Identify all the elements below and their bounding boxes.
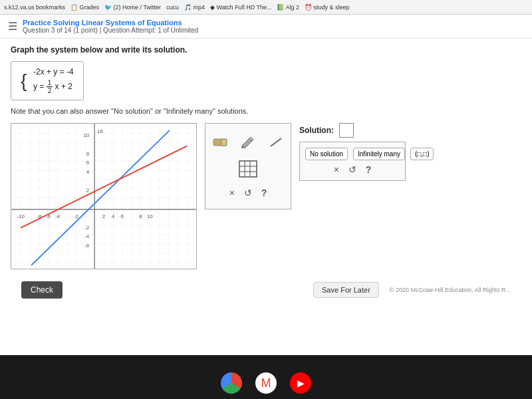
tools-bottom: × ↺ ? — [229, 188, 267, 198]
footer-area: Check Save For Later © 2020 McGraw-Hill … — [11, 276, 521, 304]
graph-container[interactable]: -10 -8 -6 -4 -2 2 4 6 8 10 10 8 6 4 2 — [11, 123, 197, 269]
svg-text:-4: -4 — [84, 233, 90, 239]
check-button[interactable]: Check — [21, 281, 63, 299]
tab-grades[interactable]: 📋 Grades — [70, 4, 99, 11]
equation-1: -2x + y = -4 — [33, 67, 74, 76]
bookmarks-label: s.k12.va.us bookmarks — [4, 4, 65, 11]
solution-clear-icon[interactable]: × — [334, 164, 339, 175]
fraction: 1 2 — [47, 79, 53, 94]
page-header: ☰ Practice Solving Linear Systems of Equ… — [0, 15, 532, 39]
svg-text:4: 4 — [112, 213, 115, 219]
course-title: Practice Solving Linear Systems of Equat… — [23, 19, 198, 27]
solution-input[interactable] — [339, 123, 354, 138]
tools-help-icon[interactable]: ? — [261, 188, 267, 198]
solution-area: Solution: No solution Infinitely many (□… — [299, 123, 406, 181]
svg-text:16: 16 — [97, 128, 103, 134]
svg-text:-4: -4 — [55, 213, 61, 219]
svg-text:8: 8 — [86, 151, 90, 157]
header-text: Practice Solving Linear Systems of Equat… — [23, 19, 198, 34]
no-solution-button[interactable]: No solution — [305, 148, 348, 160]
infinitely-many-button[interactable]: Infinitely many — [353, 148, 405, 160]
tab-study[interactable]: ⏰ study & sleep — [305, 4, 350, 11]
taskbar: M ▶ — [0, 367, 532, 399]
solution-label-row: Solution: — [299, 123, 406, 138]
tab-twitter[interactable]: 🐦 (2) Home / Twitter — [104, 4, 161, 11]
svg-rect-26 — [221, 139, 227, 146]
equation-lines: -2x + y = -4 y = 1 2 x + 2 — [33, 67, 74, 94]
svg-text:8: 8 — [139, 213, 142, 219]
tools-undo-icon[interactable]: ↺ — [244, 188, 252, 198]
equation-2: y = 1 2 x + 2 — [33, 79, 74, 94]
svg-text:2: 2 — [102, 213, 105, 219]
chrome-icon[interactable] — [221, 372, 242, 394]
eraser-icon[interactable] — [209, 134, 231, 150]
problem-instruction: Graph the system below and write its sol… — [11, 45, 521, 55]
solution-undo-icon[interactable]: ↺ — [348, 164, 356, 175]
tab-cucu[interactable]: cucu — [166, 4, 179, 11]
youtube-icon[interactable]: ▶ — [290, 372, 311, 394]
svg-text:10: 10 — [83, 132, 89, 138]
brace-symbol: { — [21, 70, 27, 91]
svg-rect-1 — [11, 124, 196, 269]
grid-icon[interactable] — [237, 161, 259, 177]
equation-box: { -2x + y = -4 y = 1 2 x + 2 — [11, 61, 84, 100]
tools-panel: × ↺ ? — [205, 123, 291, 209]
svg-text:6: 6 — [86, 160, 90, 166]
pencil-icon[interactable] — [237, 134, 259, 150]
question-info: Question 3 of 14 (1 point) | Question At… — [23, 27, 198, 34]
tools-row-1 — [209, 134, 287, 150]
tab-watch[interactable]: ◆ Watch Full HD The... — [210, 4, 272, 11]
copyright-text: © 2020 McGraw-Hill Education. All Rights… — [390, 287, 511, 293]
graph-svg: -10 -8 -6 -4 -2 2 4 6 8 10 10 8 6 4 2 — [11, 124, 196, 269]
svg-text:-2: -2 — [74, 213, 78, 219]
svg-text:-6: -6 — [84, 243, 90, 249]
svg-text:4: 4 — [86, 169, 90, 175]
tab-alg2[interactable]: 📗 Alg 2 — [277, 4, 299, 11]
save-for-later-button[interactable]: Save For Later — [313, 282, 379, 298]
svg-text:-10: -10 — [17, 213, 25, 219]
note-text: Note that you can also answer "No soluti… — [11, 107, 521, 115]
svg-line-27 — [271, 138, 281, 146]
menu-icon[interactable]: ☰ — [8, 20, 17, 33]
tab-mp4[interactable]: 🎵 mp4 — [184, 4, 205, 11]
svg-text:6: 6 — [121, 213, 124, 219]
svg-text:10: 10 — [147, 213, 153, 219]
browser-bar: s.k12.va.us bookmarks 📋 Grades 🐦 (2) Hom… — [0, 0, 532, 15]
tools-row-2 — [237, 161, 259, 177]
solution-help-icon[interactable]: ? — [366, 164, 372, 175]
solution-actions: × ↺ ? — [305, 164, 400, 175]
coordinates-button[interactable]: (□,□) — [410, 148, 434, 160]
solution-btn-row: No solution Infinitely many (□,□) — [305, 148, 400, 160]
gmail-icon[interactable]: M — [255, 372, 277, 394]
line-tool-icon[interactable] — [265, 134, 287, 150]
page: ☰ Practice Solving Linear Systems of Equ… — [0, 15, 532, 355]
svg-text:-2: -2 — [84, 225, 89, 231]
work-area: -10 -8 -6 -4 -2 2 4 6 8 10 10 8 6 4 2 — [11, 123, 521, 269]
solution-buttons-panel: No solution Infinitely many (□,□) × ↺ ? — [299, 142, 406, 181]
svg-text:2: 2 — [86, 188, 89, 194]
content-area: Graph the system below and write its sol… — [0, 39, 532, 311]
solution-label: Solution: — [299, 126, 334, 135]
svg-rect-28 — [239, 161, 257, 177]
tools-clear-icon[interactable]: × — [229, 188, 235, 198]
